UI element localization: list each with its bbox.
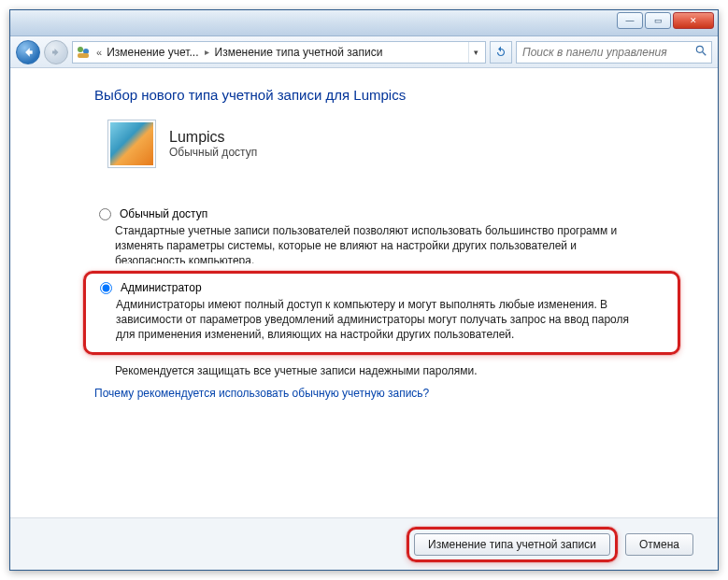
user-role: Обычный доступ	[169, 146, 257, 159]
back-button[interactable]	[16, 40, 40, 64]
option-admin-desc: Администраторы имеют полный доступ к ком…	[116, 297, 639, 343]
footer: Изменение типа учетной записи Отмена	[10, 517, 718, 570]
page-title: Выбор нового типа учетной записи для Lum…	[94, 87, 680, 103]
option-standard: Обычный доступ Стандартные учетные запис…	[94, 202, 680, 263]
search-box[interactable]	[516, 41, 712, 64]
avatar	[107, 120, 156, 168]
option-admin: Администратор Администраторы имеют полны…	[83, 271, 680, 355]
recommend-text: Рекомендуется защищать все учетные запис…	[115, 364, 680, 377]
cancel-button[interactable]: Отмена	[625, 533, 693, 556]
breadcrumb-segment-2[interactable]: Изменение типа учетной записи	[215, 46, 383, 59]
svg-line-4	[703, 52, 707, 56]
window-buttons: — ▭ ✕	[617, 12, 714, 29]
why-standard-link[interactable]: Почему рекомендуется использовать обычну…	[94, 387, 680, 400]
maximize-button[interactable]: ▭	[645, 12, 671, 29]
highlight-change-button: Изменение типа учетной записи	[407, 527, 618, 562]
radio-standard[interactable]	[99, 208, 111, 220]
arrow-left-icon	[21, 46, 35, 59]
refresh-button[interactable]	[490, 41, 512, 64]
refresh-icon	[494, 46, 507, 59]
user-block: Lumpics Обычный доступ	[107, 120, 680, 168]
svg-rect-2	[78, 53, 89, 58]
breadcrumb[interactable]: « Изменение учет... ▸ Изменение типа уче…	[72, 41, 486, 64]
breadcrumb-segment-1[interactable]: Изменение учет...	[107, 46, 198, 59]
breadcrumb-overflow-icon: «	[93, 47, 105, 58]
option-standard-desc: Стандартные учетные записи пользователей…	[115, 223, 638, 263]
close-button[interactable]: ✕	[673, 12, 714, 29]
search-input[interactable]	[521, 45, 694, 60]
control-panel-window: — ▭ ✕ « Изменение учет... ▸ Изменение ти…	[9, 9, 719, 571]
svg-point-0	[78, 47, 83, 52]
content-area: Выбор нового типа учетной записи для Lum…	[10, 68, 718, 517]
user-accounts-icon	[75, 44, 92, 61]
arrow-right-icon	[50, 47, 62, 58]
option-standard-label: Обычный доступ	[120, 207, 207, 220]
change-type-button[interactable]: Изменение типа учетной записи	[414, 533, 610, 556]
navbar: « Изменение учет... ▸ Изменение типа уче…	[10, 36, 718, 68]
breadcrumb-dropdown-icon[interactable]: ▾	[468, 42, 483, 63]
radio-admin[interactable]	[100, 282, 112, 294]
svg-point-3	[696, 46, 703, 52]
titlebar: — ▭ ✕	[10, 10, 718, 36]
minimize-button[interactable]: —	[617, 12, 643, 29]
option-admin-label: Администратор	[121, 281, 202, 294]
search-icon	[694, 44, 707, 60]
breadcrumb-separator-icon: ▸	[201, 47, 213, 57]
user-name: Lumpics	[169, 129, 257, 146]
forward-button[interactable]	[44, 40, 68, 64]
